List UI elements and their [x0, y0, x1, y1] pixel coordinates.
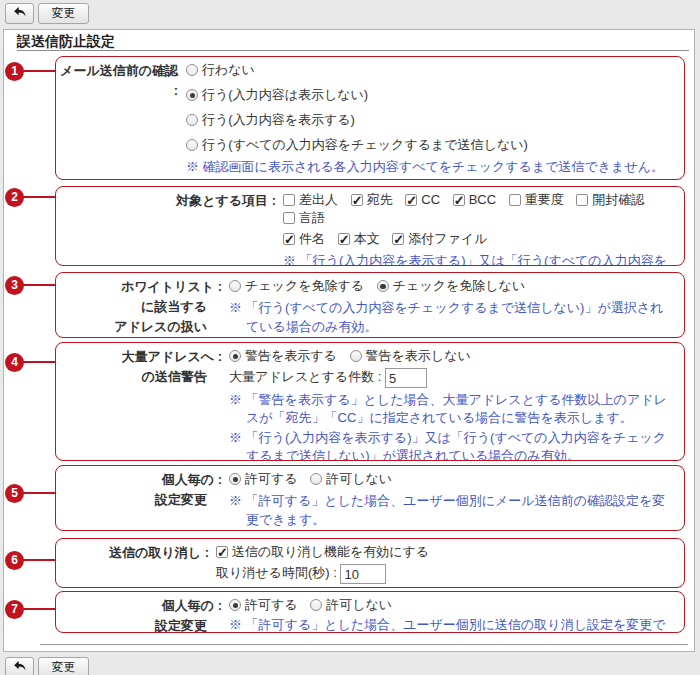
- note-text: ※ 確認画面に表示される各入力内容すべてをチェックするまで送信できません。: [186, 157, 676, 176]
- note-text: ※ 「警告を表示する」とした場合、大量アドレスとする件数以上のアドレスが「宛先」…: [229, 391, 676, 427]
- mass-address-count-label: 大量アドレスとする件数 :: [229, 369, 381, 384]
- note-text: ※ 「許可する」とした場合、ユーザー個別に送信の取り消し設定を変更できます。: [229, 615, 676, 633]
- section-box-mass-address-warning: 大量アドレスへ : の送信警告 警告を表示する 警告を表示しない 大量アドレスと…: [55, 342, 685, 461]
- radio-option-allow[interactable]: 許可する: [229, 471, 298, 486]
- connector-line-5: [22, 492, 55, 494]
- field-label-target-items: 対象とする項目 :: [64, 191, 276, 261]
- connector-line-1: [22, 70, 55, 72]
- radio-icon[interactable]: [186, 114, 198, 126]
- radio-icon-selected[interactable]: [377, 280, 389, 292]
- connector-line-6: [22, 559, 55, 561]
- field-label-personal-setting-2: 個人毎の : 設定変更: [64, 596, 222, 628]
- checkbox-option-bcc[interactable]: BCC: [453, 192, 496, 207]
- checkbox-icon[interactable]: [576, 194, 588, 206]
- checkbox-option-body[interactable]: 本文: [338, 231, 380, 246]
- note-text: ※ 「行う(すべての入力内容をチェックするまで送信しない)」が選択されている場合…: [229, 298, 676, 336]
- section-badge-5: 5: [5, 484, 24, 503]
- checkbox-option-enable-send-cancel[interactable]: 送信の取り消し機能を有効にする: [216, 544, 429, 559]
- radio-option-allow[interactable]: 許可する: [229, 597, 298, 612]
- radio-option-not-exempt-check[interactable]: チェックを免除しない: [377, 278, 525, 293]
- radio-icon[interactable]: [186, 139, 198, 151]
- checkbox-icon-checked[interactable]: [283, 233, 295, 245]
- section-badge-7: 7: [5, 600, 24, 619]
- radio-option-exempt-check[interactable]: チェックを免除する: [229, 278, 364, 293]
- radio-icon-selected[interactable]: [229, 473, 241, 485]
- checkbox-icon-checked[interactable]: [351, 194, 363, 206]
- checkbox-option-read-receipt[interactable]: 開封確認: [576, 192, 644, 207]
- section-box-whitelist: ホワイトリスト : に該当する アドレスの扱い チェックを免除する チェックを免…: [55, 272, 685, 338]
- radio-icon[interactable]: [186, 64, 198, 76]
- change-button-bottom[interactable]: 変更: [38, 657, 89, 675]
- checkbox-icon-checked[interactable]: [453, 194, 465, 206]
- back-button-bottom[interactable]: [5, 657, 34, 675]
- page-title: 誤送信防止設定: [17, 33, 115, 51]
- section-box-send-cancel: 送信の取り消し : 送信の取り消し機能を有効にする 取り消せる時間(秒) :: [55, 538, 685, 588]
- section-box-mail-confirm: メール送信前の確認 : 行わない 行う(入力内容は表示しない) 行う(入力内容を…: [55, 56, 685, 180]
- checkbox-icon-checked[interactable]: [392, 233, 404, 245]
- field-label-mail-confirm: メール送信前の確認 :: [60, 61, 178, 175]
- field-label-personal-setting-1: 個人毎の : 設定変更: [64, 470, 222, 526]
- section-badge-3: 3: [5, 276, 24, 295]
- cancel-time-input[interactable]: [340, 564, 386, 584]
- section-box-personal-confirm-setting: 個人毎の : 設定変更 許可する 許可しない ※ 「許可する」とした場合、ユーザ…: [55, 465, 685, 531]
- radio-option-confirm-hide-content[interactable]: 行う(入力内容は表示しない): [186, 87, 368, 102]
- field-label-whitelist: ホワイトリスト : に該当する アドレスの扱い: [64, 277, 222, 333]
- radio-option-show-warning[interactable]: 警告を表示する: [229, 348, 337, 363]
- checkbox-option-importance[interactable]: 重要度: [509, 192, 564, 207]
- connector-line-7: [22, 608, 55, 610]
- checkbox-icon-checked[interactable]: [405, 194, 417, 206]
- radio-icon-selected[interactable]: [229, 599, 241, 611]
- radio-option-confirm-check-all[interactable]: 行う(すべての入力内容をチェックするまで送信しない): [186, 137, 528, 152]
- checkbox-option-cc[interactable]: CC: [405, 192, 440, 207]
- section-box-personal-cancel-setting: 個人毎の : 設定変更 許可する 許可しない ※ 「許可する」とした場合、ユーザ…: [55, 591, 685, 633]
- section-badge-1: 1: [5, 62, 24, 81]
- radio-option-no-confirm[interactable]: 行わない: [186, 62, 255, 77]
- field-label-send-cancel: 送信の取り消し :: [64, 543, 209, 583]
- note-text: ※ 「行う(入力内容を表示する)」又は「行う(すべての入力内容をチェックするまで…: [283, 251, 676, 266]
- connector-line-3: [22, 284, 55, 286]
- radio-option-hide-warning[interactable]: 警告を表示しない: [350, 348, 471, 363]
- checkbox-option-to[interactable]: 宛先: [351, 192, 393, 207]
- field-label-mass-address: 大量アドレスへ : の送信警告: [64, 347, 222, 456]
- checkbox-option-sender[interactable]: 差出人: [283, 192, 338, 207]
- radio-option-confirm-show-content[interactable]: 行う(入力内容を表示する): [186, 112, 355, 127]
- section-badge-6: 6: [5, 551, 24, 570]
- section-badge-2: 2: [5, 188, 24, 207]
- note-text: ※ 「許可する」とした場合、ユーザー個別にメール送信前の確認設定を変更できます。: [229, 491, 676, 529]
- radio-icon[interactable]: [310, 473, 322, 485]
- change-button-top[interactable]: 変更: [38, 3, 89, 24]
- title-divider: [17, 50, 689, 51]
- back-button[interactable]: [5, 3, 34, 24]
- cancel-time-label: 取り消せる時間(秒) :: [216, 565, 337, 580]
- checkbox-icon-checked[interactable]: [216, 546, 228, 558]
- bottom-divider: [40, 644, 688, 645]
- radio-icon[interactable]: [229, 280, 241, 292]
- checkbox-icon[interactable]: [283, 212, 295, 224]
- section-badge-4: 4: [5, 353, 24, 372]
- checkbox-option-subject[interactable]: 件名: [283, 231, 325, 246]
- connector-line-4: [22, 361, 55, 363]
- checkbox-icon-checked[interactable]: [338, 233, 350, 245]
- radio-icon[interactable]: [350, 350, 362, 362]
- radio-icon[interactable]: [310, 599, 322, 611]
- checkbox-option-attachment[interactable]: 添付ファイル: [392, 231, 487, 246]
- reply-arrow-icon: [13, 6, 27, 20]
- section-box-target-items: 対象とする項目 : 差出人 宛先 CC BCC 重要度 開封確認 言語 件名 本…: [55, 186, 685, 266]
- checkbox-option-language[interactable]: 言語: [283, 210, 325, 225]
- checkbox-icon[interactable]: [283, 194, 295, 206]
- reply-arrow-icon: [13, 660, 27, 674]
- radio-icon-selected[interactable]: [186, 89, 198, 101]
- connector-line-2: [22, 196, 55, 198]
- checkbox-icon[interactable]: [509, 194, 521, 206]
- radio-option-disallow[interactable]: 許可しない: [310, 471, 392, 486]
- radio-icon-selected[interactable]: [229, 350, 241, 362]
- mass-address-count-input[interactable]: [385, 368, 427, 388]
- note-text: ※ 「行う(入力内容を表示する)」又は「行う(すべての入力内容をチェックするまで…: [229, 429, 676, 461]
- radio-option-disallow[interactable]: 許可しない: [310, 597, 392, 612]
